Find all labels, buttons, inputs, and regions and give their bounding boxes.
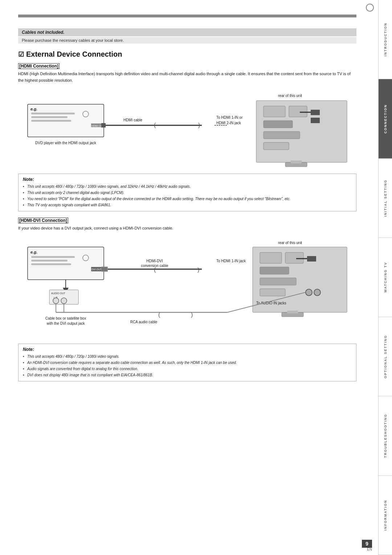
svg-text:rear of this unit: rear of this unit [278, 94, 302, 98]
svg-point-48 [61, 298, 67, 304]
svg-rect-2 [31, 113, 75, 114]
cables-banner: Cables not included. [18, 28, 356, 36]
hdmi-connection-section: [HDMI Connection] HDMI (High Definition … [18, 64, 356, 168]
page-lang: EN [367, 547, 372, 551]
svg-text:conversion cable: conversion cable [141, 264, 168, 268]
hdmi-dvi-note-box: Note: This unit accepts 480i / 480p / 72… [18, 344, 356, 381]
sidebar-label-initial-setting: INITIAL SETTING [384, 179, 387, 217]
sidebar-section-optional-setting: OPTIONAL SETTING [379, 317, 392, 396]
svg-rect-31 [31, 256, 75, 258]
sidebar-section-initial-setting: INITIAL SETTING [379, 159, 392, 238]
section-title: ☑ External Device Connection [18, 50, 356, 58]
hdmi-note-item-4: This TV only accepts signals compliant w… [23, 202, 352, 208]
svg-text:e.g.: e.g. [30, 250, 37, 254]
hdmi-note-item-1: This unit accepts 480i / 480p / 720p / 1… [23, 183, 352, 190]
sidebar-section-watching-tv: WATCHING TV [379, 238, 392, 317]
svg-text:(: ( [158, 312, 160, 318]
hdmi-dvi-heading: [HDMI-DVI Connection] [18, 218, 356, 223]
svg-rect-32 [31, 260, 68, 262]
svg-marker-10 [101, 123, 106, 127]
sidebar-label-information: INFORMATION [384, 500, 387, 531]
svg-text:e.g.: e.g. [30, 107, 37, 111]
sidebar-label-introduction: INTRODUCTION [384, 23, 387, 56]
svg-rect-3 [31, 116, 68, 118]
svg-text:HDMI cable: HDMI cable [123, 118, 143, 122]
sidebar: INTRODUCTION CONNECTION INITIAL SETTING … [378, 0, 392, 555]
svg-text:To AUDIO IN jacks: To AUDIO IN jacks [256, 301, 286, 305]
section-title-text: External Device Connection [26, 50, 122, 58]
hdmi-note-title: Note: [23, 177, 352, 182]
svg-rect-79 [287, 311, 298, 313]
sidebar-label-connection: CONNECTION [384, 104, 387, 134]
svg-text:with the DVI output jack: with the DVI output jack [46, 321, 85, 325]
svg-rect-70 [260, 278, 296, 285]
svg-text:AUDIO OUT: AUDIO OUT [51, 292, 66, 295]
hdmi-dvi-note-item-3: Audio signals are converted from digital… [23, 366, 352, 372]
svg-text:Cable box or satellite box: Cable box or satellite box [45, 316, 86, 320]
sidebar-section-information: INFORMATION [379, 476, 392, 555]
svg-rect-68 [285, 252, 303, 263]
page-number: 9 [362, 540, 372, 548]
sidebar-section-troubleshooting: TROUBLESHOOTING [379, 396, 392, 475]
svg-text:RCA audio cable: RCA audio cable [130, 320, 158, 324]
svg-text:DVI OUT: DVI OUT [91, 268, 102, 271]
sidebar-label-troubleshooting: TROUBLESHOOTING [384, 414, 387, 458]
svg-rect-67 [260, 252, 282, 263]
svg-text:): ) [191, 312, 193, 318]
svg-rect-37 [101, 267, 108, 272]
sidebar-section-introduction: INTRODUCTION [379, 0, 392, 79]
svg-rect-72 [307, 256, 316, 262]
sidebar-label-watching-tv: WATCHING TV [384, 262, 387, 292]
cables-banner-title: Cables not included. [22, 30, 353, 35]
hdmi-note-box: Note: This unit accepts 480i / 480p / 72… [18, 174, 356, 211]
hdmi-note-item-3: You need to select "PCM" for the digital… [23, 196, 352, 202]
svg-text:(: ( [154, 122, 156, 128]
hdmi-dvi-diagram: e.g. DVI OUT [18, 236, 356, 338]
svg-rect-69 [260, 267, 289, 274]
hdmi-body-text: HDMI (High Definition Multimedia Interfa… [18, 71, 356, 84]
hdmi-heading: [HDMI Connection] [18, 64, 356, 69]
svg-text:): ) [198, 122, 200, 128]
checkbox-icon: ☑ [18, 50, 24, 58]
svg-rect-4 [31, 120, 71, 122]
sidebar-label-optional-setting: OPTIONAL SETTING [384, 335, 387, 378]
svg-text:DVD player with the HDMI outpu: DVD player with the HDMI output jack [35, 141, 97, 145]
svg-rect-33 [31, 263, 71, 265]
svg-rect-21 [264, 121, 293, 128]
svg-text:rear of this unit: rear of this unit [278, 241, 302, 245]
svg-rect-24 [311, 110, 320, 115]
svg-point-47 [53, 298, 59, 304]
svg-text:To HDMI 1-IN or: To HDMI 1-IN or [216, 116, 243, 119]
top-circle-decoration [366, 4, 374, 12]
svg-rect-71 [260, 289, 285, 296]
hdmi-note-item-2: This unit accepts only 2 channel digital… [23, 190, 352, 196]
hdmi-dvi-note-item-2: An HDMI-DVI conversion cable requires a … [23, 360, 352, 366]
svg-rect-23 [264, 142, 289, 150]
hdmi-diagram: e.g. HDMI OUT DVD player with the HDMI o… [18, 88, 356, 168]
svg-text:HDMI-DVI: HDMI-DVI [146, 259, 163, 263]
sidebar-section-connection: CONNECTION [379, 79, 392, 158]
svg-point-73 [306, 289, 312, 296]
hdmi-dvi-note-title: Note: [23, 347, 352, 352]
svg-text:HDMI 2-IN jack: HDMI 2-IN jack [216, 121, 241, 125]
svg-rect-25 [311, 118, 320, 123]
hdmi-dvi-note-item-4: DVI does not display 480i image that is … [23, 372, 352, 378]
cables-subtitle: Please purchase the necessary cables at … [18, 37, 356, 44]
hdmi-dvi-note-item-1: This unit accepts 480i / 480p / 720p / 1… [23, 353, 352, 360]
svg-rect-22 [264, 131, 300, 139]
svg-rect-19 [264, 106, 285, 117]
svg-text:To HDMI 1-IN jack: To HDMI 1-IN jack [216, 259, 246, 263]
svg-point-74 [314, 289, 320, 296]
svg-rect-20 [289, 106, 307, 117]
top-decorative-line [18, 15, 356, 17]
hdmi-dvi-body-text: If your video device has a DVI output ja… [18, 225, 356, 232]
hdmi-dvi-connection-section: [HDMI-DVI Connection] If your video devi… [18, 218, 356, 338]
svg-rect-28 [291, 161, 302, 163]
